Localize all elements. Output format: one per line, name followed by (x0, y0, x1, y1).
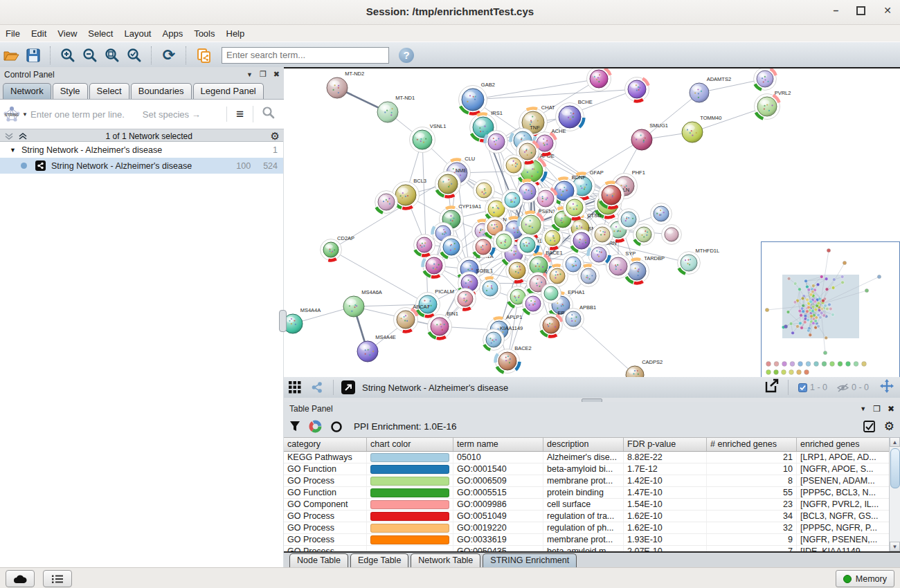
network-node-tardbp[interactable]: TARDBP (625, 255, 665, 283)
network-node-mthfd1l[interactable]: MTHFD1L (678, 248, 720, 274)
table-row[interactable]: GO FunctionGO:0005515protein binding1.47… (284, 487, 890, 499)
close-button[interactable]: ✕ (883, 5, 892, 16)
table-row[interactable]: GO ProcessGO:0050435beta-amyloid m...2.0… (284, 546, 890, 551)
table-vertical-scrollbar[interactable]: ▲ ▼ (889, 437, 900, 551)
app-launch-icon[interactable] (341, 380, 355, 394)
string-logo[interactable]: STRING ▼ (0, 106, 30, 122)
table-tab-network-table[interactable]: Network Table (411, 553, 480, 567)
network-node-vsnl1[interactable]: VSNL1 (410, 123, 447, 152)
network-node-mt-nd2[interactable]: MT-ND2 (327, 71, 364, 98)
enrichment-chart-icon[interactable] (309, 420, 322, 433)
column-header--enriched-genes[interactable]: # enriched genes (707, 438, 797, 451)
select-all-checkbox-icon[interactable] (863, 421, 876, 433)
panel-menu-icon[interactable]: ▼ (246, 71, 253, 78)
menu-view[interactable]: View (52, 26, 82, 41)
birdseye-view[interactable] (761, 241, 900, 379)
menu-tools[interactable]: Tools (188, 26, 220, 41)
minimize-button[interactable]: – (833, 5, 838, 16)
table-row[interactable]: GO ProcessGO:0033619membrane prot...1.93… (284, 534, 890, 546)
table-row[interactable]: KEGG Pathways05010Alzheimer's dise...8.8… (284, 452, 890, 463)
zoom-selected-button[interactable] (123, 45, 145, 66)
maximize-button[interactable] (856, 6, 865, 15)
network-node[interactable] (485, 131, 508, 154)
task-history-button[interactable] (43, 570, 72, 587)
network-canvas[interactable]: MT-ND2MT-ND1VSNL1GAB2IRS1CHATBCHEADAMTS2… (284, 67, 900, 379)
share-view-icon[interactable] (306, 377, 328, 398)
network-node-gab2[interactable]: GAB2 (459, 82, 495, 113)
collapse-all-icon[interactable] (4, 132, 14, 140)
network-node-cadps2[interactable]: CADPS2 (626, 359, 663, 377)
grid-mode-icon[interactable] (284, 377, 306, 398)
table-tab-node-table[interactable]: Node Table (289, 553, 348, 567)
menu-apps[interactable]: Apps (157, 26, 189, 41)
table-row[interactable]: GO ProcessGO:0051049regulation of tra...… (284, 511, 890, 522)
column-header-description[interactable]: description (543, 438, 624, 451)
network-node-pvrl2[interactable]: PVRL2 (755, 90, 791, 119)
cp-tab-select[interactable]: Select (89, 83, 129, 99)
network-node[interactable] (440, 236, 463, 259)
string-options-icon[interactable]: ≡ (226, 107, 253, 122)
collapse-triangle-icon[interactable]: ▼ (10, 147, 16, 154)
network-node[interactable] (564, 196, 586, 219)
network-node[interactable] (474, 180, 495, 201)
network-node[interactable] (494, 231, 515, 252)
network-node[interactable] (592, 224, 613, 246)
cp-tab-boundaries[interactable]: Boundaries (131, 83, 192, 99)
network-collection-row[interactable]: ▼ String Network - Alzheimer's disease 1 (0, 142, 283, 158)
ring-chart-icon[interactable] (330, 421, 343, 433)
cp-tab-network[interactable]: Network (3, 83, 51, 99)
network-node-adamts2[interactable]: ADAMTS2 (690, 76, 731, 102)
network-node-smug1[interactable]: SMUG1 (631, 122, 668, 150)
menu-file[interactable]: File (0, 26, 26, 41)
table-row[interactable]: GO ComponentGO:0009986cell surface1.54E-… (284, 499, 890, 511)
network-node-mt-nd1[interactable]: MT-ND1 (377, 95, 415, 122)
table-row[interactable]: GO ProcessGO:0019220regulation of ph...1… (284, 522, 890, 534)
memory-button[interactable]: Memory (836, 570, 894, 587)
table-tab-string-enrichment[interactable]: STRING Enrichment (483, 553, 577, 567)
network-node[interactable] (414, 235, 435, 256)
table-row[interactable]: GO FunctionGO:0001540beta-amyloid bi...1… (284, 463, 890, 475)
scrollbar-thumb[interactable] (890, 448, 900, 488)
network-node[interactable] (480, 278, 501, 300)
network-node[interactable] (578, 266, 600, 287)
panel-close-icon[interactable]: ✖ (273, 70, 280, 79)
network-node[interactable] (633, 224, 655, 246)
column-header-category[interactable]: category (284, 438, 367, 451)
filter-icon[interactable] (289, 421, 300, 432)
enrichment-table[interactable]: categorychart colorterm namedescriptionF… (284, 437, 890, 551)
table-panel-float-icon[interactable]: ❒ (873, 404, 881, 414)
network-node[interactable] (523, 293, 544, 315)
table-settings-gear-icon[interactable]: ⚙ (884, 419, 894, 434)
species-hint[interactable]: Set species → (143, 109, 201, 120)
open-session-button[interactable] (0, 45, 22, 66)
network-node[interactable] (587, 68, 611, 91)
network-node-ms4a4a[interactable]: MS4A4A (284, 307, 321, 333)
column-header-term-name[interactable]: term name (453, 438, 543, 451)
export-network-icon[interactable] (764, 378, 780, 397)
network-node[interactable] (618, 209, 640, 230)
zoom-out-button[interactable] (79, 45, 101, 66)
menu-help[interactable]: Help (221, 26, 251, 41)
cp-tab-legend-panel[interactable]: Legend Panel (193, 83, 264, 99)
network-options-gear-icon[interactable]: ⚙ (271, 130, 280, 143)
table-panel-menu-icon[interactable]: ▼ (860, 405, 866, 412)
column-header-enriched-genes[interactable]: enriched genes (797, 438, 890, 451)
network-node[interactable] (625, 77, 649, 102)
network-node[interactable] (517, 235, 539, 256)
network-row-selected[interactable]: String Network - Alzheimer's disease 100… (0, 158, 283, 174)
network-node[interactable] (503, 155, 525, 176)
column-header-chart-color[interactable]: chart color (367, 438, 453, 451)
table-row[interactable]: GO ProcessGO:0006509membrane prot...1.42… (284, 475, 890, 487)
zoom-in-button[interactable] (57, 45, 79, 66)
cp-tab-style[interactable]: Style (53, 83, 88, 99)
network-node-tomm40[interactable]: TOMM40 (682, 115, 721, 143)
menu-layout[interactable]: Layout (118, 26, 156, 41)
network-node[interactable] (455, 288, 476, 310)
network-node-ms4a6a[interactable]: MS4A6A (343, 289, 382, 317)
string-query-placeholder[interactable]: Enter one term per line. (30, 109, 125, 120)
panel-float-icon[interactable]: ❒ (260, 70, 267, 79)
network-node[interactable] (502, 190, 523, 211)
network-node-abca7[interactable]: ABCA7 (394, 304, 430, 331)
help-icon[interactable]: ? (399, 48, 414, 63)
string-search-icon[interactable] (253, 106, 284, 122)
